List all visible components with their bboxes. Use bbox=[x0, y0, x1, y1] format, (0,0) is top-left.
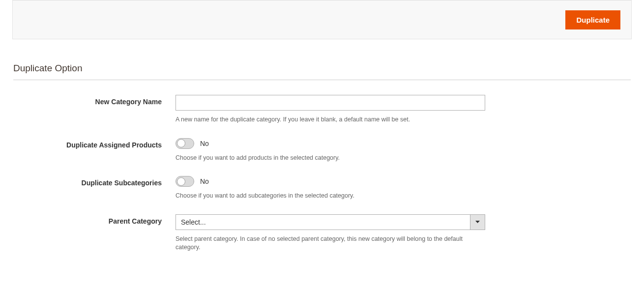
section-title: Duplicate Option bbox=[13, 63, 631, 80]
helper-parent-category: Select parent category. In case of no se… bbox=[176, 235, 485, 252]
helper-duplicate-products: Choose if you want to add products in th… bbox=[176, 154, 485, 163]
header-bar: Duplicate bbox=[12, 0, 632, 39]
toggle-duplicate-subcategories[interactable] bbox=[176, 176, 194, 187]
select-arrow-button[interactable] bbox=[470, 215, 485, 230]
label-new-category-name: New Category Name bbox=[13, 95, 176, 106]
helper-new-category-name: A new name for the duplicate category. I… bbox=[176, 116, 485, 124]
toggle-value-duplicate-products: No bbox=[200, 140, 209, 147]
toggle-knob bbox=[177, 139, 185, 147]
row-duplicate-products: Duplicate Assigned Products No Choose if… bbox=[13, 138, 631, 163]
label-duplicate-subcategories: Duplicate Subcategories bbox=[13, 176, 176, 187]
helper-duplicate-subcategories: Choose if you want to add subcategories … bbox=[176, 192, 485, 201]
form: New Category Name A new name for the dup… bbox=[13, 95, 631, 252]
new-category-name-input[interactable] bbox=[176, 95, 485, 111]
duplicate-button[interactable]: Duplicate bbox=[565, 10, 620, 29]
toggle-knob bbox=[177, 177, 185, 186]
row-new-category-name: New Category Name A new name for the dup… bbox=[13, 95, 631, 124]
toggle-value-duplicate-subcategories: No bbox=[200, 177, 209, 185]
row-duplicate-subcategories: Duplicate Subcategories No Choose if you… bbox=[13, 176, 631, 201]
label-duplicate-products: Duplicate Assigned Products bbox=[13, 138, 176, 149]
parent-category-select[interactable]: Select... bbox=[176, 214, 485, 230]
chevron-down-icon bbox=[475, 221, 480, 224]
label-parent-category: Parent Category bbox=[13, 214, 176, 225]
content-area: Duplicate Option New Category Name A new… bbox=[0, 63, 644, 252]
row-parent-category: Parent Category Select... Select parent … bbox=[13, 214, 631, 252]
toggle-duplicate-products[interactable] bbox=[176, 138, 194, 149]
select-display: Select... bbox=[176, 215, 470, 230]
